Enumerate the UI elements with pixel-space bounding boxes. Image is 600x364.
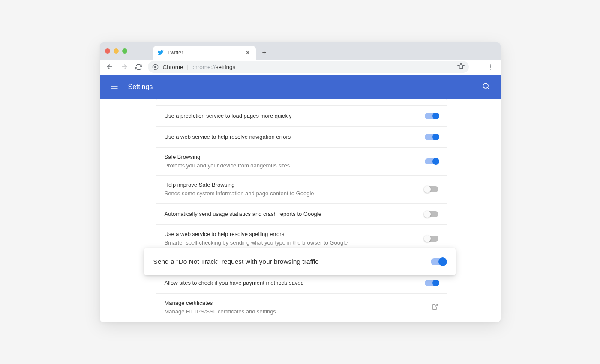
setting-title: Manage certificates bbox=[165, 299, 432, 307]
url-app: Chrome bbox=[163, 64, 183, 70]
setting-safe-browsing[interactable]: Safe Browsing Protects you and your devi… bbox=[156, 148, 447, 176]
app-header: Settings bbox=[100, 75, 501, 99]
tab-title: Twitter bbox=[168, 50, 241, 56]
setting-title: Use a prediction service to load pages m… bbox=[165, 112, 425, 120]
svg-point-5 bbox=[490, 69, 491, 69]
omnibox[interactable]: Chrome | chrome://settings bbox=[148, 61, 469, 73]
setting-sub: Smarter spell-checking by sending what y… bbox=[165, 239, 425, 247]
toolbar: Chrome | chrome://settings bbox=[100, 60, 501, 75]
toggle[interactable] bbox=[425, 186, 438, 192]
bookmark-icon[interactable] bbox=[457, 63, 465, 71]
back-button[interactable] bbox=[104, 61, 115, 72]
callout-dnt: Send a "Do Not Track" request with your … bbox=[144, 248, 456, 275]
search-icon[interactable] bbox=[482, 82, 490, 92]
svg-marker-2 bbox=[458, 63, 464, 69]
svg-point-4 bbox=[490, 66, 491, 67]
svg-point-3 bbox=[490, 64, 491, 65]
svg-point-9 bbox=[483, 83, 488, 88]
setting-prediction[interactable]: Use a prediction service to load pages m… bbox=[156, 106, 447, 127]
url-prefix: chrome:// bbox=[192, 64, 216, 70]
toggle[interactable] bbox=[425, 236, 438, 242]
callout-text: Send a "Do Not Track" request with your … bbox=[153, 258, 431, 266]
hamburger-icon[interactable] bbox=[110, 82, 119, 92]
svg-line-10 bbox=[487, 88, 489, 90]
toggle[interactable] bbox=[431, 258, 446, 265]
browser-tab[interactable]: Twitter ✕ bbox=[153, 46, 256, 60]
setting-title: Allow sites to check if you have payment… bbox=[165, 279, 425, 287]
window-controls bbox=[105, 48, 153, 60]
setting-title: Automatically send usage statistics and … bbox=[165, 210, 425, 218]
external-link-icon[interactable] bbox=[432, 303, 438, 312]
new-tab-button[interactable]: + bbox=[258, 47, 270, 59]
setting-certificates[interactable]: Manage certificates Manage HTTPS/SSL cer… bbox=[156, 294, 447, 321]
sidebar bbox=[100, 99, 156, 322]
forward-button[interactable] bbox=[119, 61, 130, 72]
toggle[interactable] bbox=[425, 211, 438, 217]
toggle[interactable] bbox=[425, 280, 438, 286]
svg-line-11 bbox=[434, 304, 437, 307]
reload-button[interactable] bbox=[133, 61, 144, 72]
close-tab-icon[interactable]: ✕ bbox=[245, 49, 252, 56]
list-item bbox=[156, 99, 447, 106]
setting-nav-errors[interactable]: Use a web service to help resolve naviga… bbox=[156, 127, 447, 148]
toggle[interactable] bbox=[425, 113, 438, 119]
close-window-button[interactable] bbox=[105, 48, 110, 54]
svg-point-1 bbox=[154, 66, 156, 68]
setting-title: Use a web service to help resolve spelli… bbox=[165, 230, 425, 238]
browser-window: Twitter ✕ + Chrome | chrome://settings bbox=[100, 42, 501, 322]
setting-title: Safe Browsing bbox=[165, 153, 425, 161]
setting-sub: Protects you and your device from danger… bbox=[165, 162, 425, 170]
chrome-icon bbox=[152, 63, 159, 70]
toggle[interactable] bbox=[425, 158, 438, 164]
settings-card: Use a prediction service to load pages m… bbox=[156, 99, 447, 322]
setting-payment[interactable]: Allow sites to check if you have payment… bbox=[156, 273, 447, 294]
toggle[interactable] bbox=[425, 134, 438, 140]
setting-title: Use a web service to help resolve naviga… bbox=[165, 133, 425, 141]
tab-bar: Twitter ✕ + bbox=[100, 42, 501, 60]
maximize-window-button[interactable] bbox=[122, 48, 127, 54]
url-path: settings bbox=[216, 64, 236, 70]
setting-sub: Manage HTTPS/SSL certificates and settin… bbox=[165, 308, 432, 316]
setting-sub: Sends some system information and page c… bbox=[165, 190, 425, 197]
twitter-icon bbox=[157, 49, 164, 56]
page-title: Settings bbox=[128, 83, 153, 91]
setting-usage-stats[interactable]: Automatically send usage statistics and … bbox=[156, 204, 447, 225]
setting-improve-sb[interactable]: Help improve Safe Browsing Sends some sy… bbox=[156, 176, 447, 203]
browser-menu-button[interactable] bbox=[485, 61, 496, 72]
content-area: Use a prediction service to load pages m… bbox=[100, 99, 501, 322]
minimize-window-button[interactable] bbox=[114, 48, 119, 54]
setting-title: Help improve Safe Browsing bbox=[165, 181, 425, 189]
